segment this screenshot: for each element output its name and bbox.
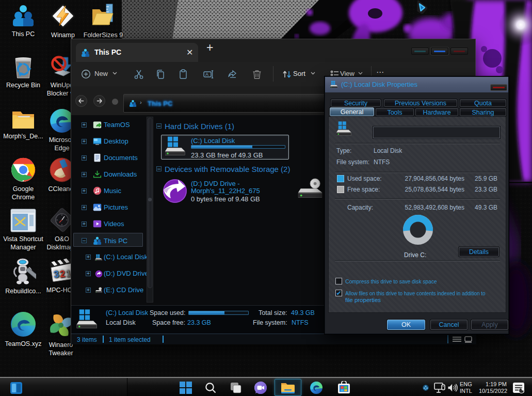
svg-text:A: A (205, 72, 208, 77)
